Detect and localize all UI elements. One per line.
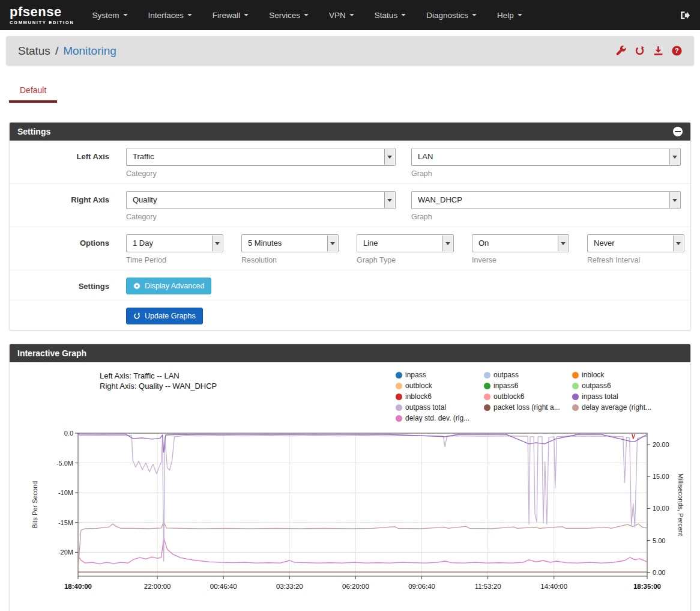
legend-label: inpass total — [582, 392, 618, 401]
svg-text:00:46:40: 00:46:40 — [210, 583, 237, 590]
update-graphs-button[interactable]: Update Graphs — [126, 308, 203, 324]
menu-label: Services — [269, 11, 300, 20]
left-axis-graph-select[interactable]: LAN — [411, 148, 681, 166]
right-axis-graph-select[interactable]: WAN_DHCP — [411, 191, 681, 209]
sign-out-icon — [679, 10, 690, 20]
selected-value: 5 Minutes — [248, 239, 282, 248]
graph-type-select[interactable]: Line — [357, 234, 454, 252]
selected-value: LAN — [418, 152, 433, 161]
field-helper: Time Period — [126, 256, 223, 264]
svg-text:-5.0M: -5.0M — [56, 460, 73, 467]
legend-dot — [572, 394, 579, 400]
dropdown-arrow-icon — [558, 236, 568, 251]
chart-area: 0.0-5.0M-10M-15M-20M20.0015.0010.005.000… — [25, 428, 690, 609]
update-graphs-row: Update Graphs — [10, 300, 690, 330]
update-graphs-label: Update Graphs — [145, 312, 196, 320]
menu-vpn[interactable]: VPN — [329, 11, 354, 20]
breadcrumb-page-link[interactable]: Monitoring — [63, 44, 116, 58]
refresh-icon — [133, 312, 140, 320]
legend-outpass[interactable]: outpass — [484, 371, 572, 379]
time-period-select[interactable]: 1 Day — [126, 234, 223, 252]
settings-panel-body: Left AxisTrafficCategoryLANGraphRight Ax… — [10, 141, 690, 330]
right-axis-category-select[interactable]: Quality — [126, 191, 396, 209]
legend-outblock[interactable]: outblock — [396, 381, 484, 390]
wrench-button[interactable] — [616, 46, 626, 56]
refresh-button[interactable] — [635, 46, 645, 56]
legend-dot — [484, 372, 490, 378]
display-advanced-button[interactable]: Display Advanced — [126, 278, 211, 294]
selected-value: WAN_DHCP — [418, 195, 462, 204]
menu-system[interactable]: System — [92, 11, 128, 20]
legend-label: outpass — [493, 371, 519, 379]
legend-inpass6[interactable]: inpass6 — [484, 381, 572, 390]
menu-interfaces[interactable]: Interfaces — [148, 11, 192, 20]
refresh-interval-field: NeverRefresh Interval — [587, 234, 684, 264]
left-axis-graph-field: LANGraph — [411, 148, 681, 178]
graph-panel-body: Left Axis: Traffic -- LAN Right Axis: Qu… — [10, 371, 690, 611]
settings-panel-header: Settings — [10, 123, 690, 141]
chevron-down-icon — [401, 14, 406, 19]
inverse-select[interactable]: On — [472, 234, 569, 252]
graph-type-field: LineGraph Type — [357, 234, 454, 264]
legend-outpass-total[interactable]: outpass total — [396, 403, 484, 412]
wrench-icon — [616, 46, 626, 56]
refresh-interval-select[interactable]: Never — [587, 234, 684, 252]
dropdown-arrow-icon — [669, 149, 680, 165]
menu-firewall[interactable]: Firewall — [213, 11, 249, 20]
interactive-chart[interactable]: 0.0-5.0M-10M-15M-20M20.0015.0010.005.000… — [25, 428, 686, 606]
legend-packet-loss-right-a[interactable]: packet loss (right a... — [484, 403, 572, 412]
legend-inblock6[interactable]: inblock6 — [396, 392, 484, 401]
svg-text:06:20:00: 06:20:00 — [342, 583, 369, 590]
legend-delay-average-right[interactable]: delay average (right... — [572, 403, 660, 412]
logout-button[interactable] — [679, 10, 690, 20]
chevron-down-icon — [244, 14, 249, 19]
left-axis-label: Left Axis — [19, 148, 126, 178]
resolution-select[interactable]: 5 Minutes — [241, 234, 339, 252]
dropdown-arrow-icon — [669, 192, 680, 208]
chevron-down-icon — [517, 14, 522, 19]
chevron-down-icon — [472, 14, 477, 19]
dropdown-arrow-icon — [673, 236, 683, 251]
legend-outblock6[interactable]: outblock6 — [484, 392, 572, 401]
svg-text:-10M: -10M — [58, 489, 73, 496]
field-helper: Graph — [411, 169, 681, 178]
field-helper: Graph — [411, 213, 681, 221]
left-axis-text: Left Axis: Traffic -- LAN — [100, 371, 217, 381]
legend-dot — [396, 415, 402, 422]
download-button[interactable] — [653, 46, 663, 56]
menu-help[interactable]: Help — [497, 11, 522, 20]
legend-label: outpass total — [405, 403, 446, 412]
legend-inblock[interactable]: inblock — [572, 371, 660, 379]
breadcrumb-separator: / — [55, 44, 58, 58]
time-period-field: 1 DayTime Period — [126, 234, 223, 264]
menu-label: System — [92, 11, 119, 20]
help-button[interactable]: ? — [672, 46, 682, 56]
graph-panel-header: Interactive Graph — [10, 344, 690, 362]
legend-delay-std-dev-rig[interactable]: delay std. dev. (rig... — [396, 414, 484, 422]
menu-label: VPN — [329, 11, 346, 20]
graph-panel-title: Interactive Graph — [17, 348, 86, 358]
display-advanced-label: Display Advanced — [145, 282, 204, 290]
collapse-panel-button[interactable] — [673, 127, 683, 136]
menu-label: Status — [375, 11, 397, 20]
menu-status[interactable]: Status — [375, 11, 406, 20]
dropdown-arrow-icon — [384, 149, 394, 165]
selected-value: 1 Day — [133, 239, 153, 248]
legend-dot — [396, 404, 402, 411]
legend-inpass-total[interactable]: inpass total — [572, 392, 660, 401]
svg-text:11:53:20: 11:53:20 — [475, 583, 501, 590]
legend-outpass6[interactable]: outpass6 — [572, 381, 660, 390]
pfsense-logo[interactable]: pfsense COMMUNITY EDITION — [10, 5, 74, 25]
resolution-field: 5 MinutesResolution — [241, 234, 339, 264]
field-helper: Graph Type — [357, 256, 454, 264]
legend-label: inblock — [582, 371, 604, 379]
gear-icon — [133, 282, 140, 290]
menu-diagnostics[interactable]: Diagnostics — [426, 11, 477, 20]
legend-inpass[interactable]: inpass — [396, 371, 484, 379]
left-axis-category-select[interactable]: Traffic — [126, 148, 396, 166]
svg-text:5.00: 5.00 — [653, 537, 665, 544]
tab-default[interactable]: Default — [9, 81, 57, 103]
legend-label: outblock6 — [493, 392, 524, 401]
menu-services[interactable]: Services — [269, 11, 309, 20]
svg-text:Bits Per Second: Bits Per Second — [31, 481, 38, 529]
